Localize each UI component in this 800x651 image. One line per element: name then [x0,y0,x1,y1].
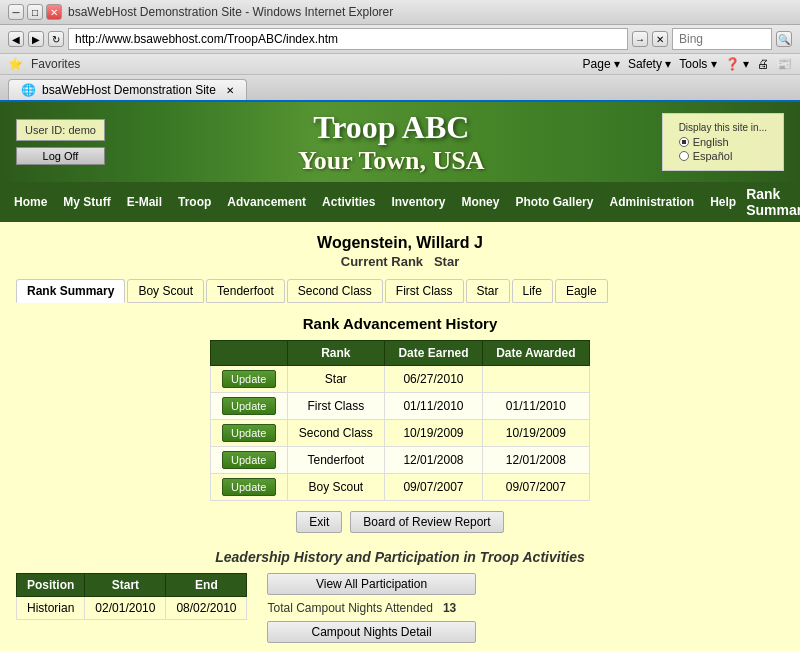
nav-home[interactable]: Home [8,193,53,211]
address-bar: ◀ ▶ ↻ → ✕ 🔍 [0,25,800,54]
lead-col-start: Start [85,574,166,597]
nav-my-stuff[interactable]: My Stuff [57,193,116,211]
search-input[interactable] [672,28,772,50]
date-awarded-cell [482,366,589,393]
stop-button[interactable]: ✕ [652,31,668,47]
header-left: User ID: demo Log Off [0,111,121,173]
table-row: Update Star 06/27/2010 [211,366,590,393]
nav-troop[interactable]: Troop [172,193,217,211]
date-earned-cell: 12/01/2008 [385,447,483,474]
update-cell: Update [211,447,288,474]
english-option[interactable]: English [679,136,767,148]
nav-bar: Home My Stuff E-Mail Troop Advancement A… [0,182,800,222]
nav-photo-gallery[interactable]: Photo Gallery [509,193,599,211]
troop-location: Your Town, USA [121,146,662,176]
tab-second-class[interactable]: Second Class [287,279,383,303]
espanol-option[interactable]: Español [679,150,767,162]
browser-window: ─ □ ✕ bsaWebHost Demonstration Site - Wi… [0,0,800,651]
forward-button[interactable]: ▶ [28,31,44,47]
nav-inventory[interactable]: Inventory [385,193,451,211]
nav-money[interactable]: Money [455,193,505,211]
scout-name: Wogenstein, Willard J [16,234,784,252]
address-input[interactable] [68,28,628,50]
favorites-button[interactable]: Favorites [31,57,80,71]
col-header-rank: Rank [287,341,385,366]
go-button[interactable]: → [632,31,648,47]
update-cell: Update [211,474,288,501]
refresh-button[interactable]: ↻ [48,31,64,47]
current-rank-line: Current Rank Star [16,254,784,269]
exit-button[interactable]: Exit [296,511,342,533]
campout-stat-line: Total Campout Nights Attended 13 [267,601,475,615]
user-id-label: User ID: [25,124,65,136]
tools-menu[interactable]: Tools ▾ [679,57,716,71]
search-button[interactable]: 🔍 [776,31,792,47]
view-all-participation-button[interactable]: View All Participation [267,573,475,595]
leadership-title: Leadership History and Participation in … [16,549,784,565]
browser-titlebar: ─ □ ✕ bsaWebHost Demonstration Site - Wi… [0,0,800,25]
rank-history-table: Rank Date Earned Date Awarded Update Sta… [210,340,590,501]
date-earned-cell: 10/19/2009 [385,420,483,447]
update-button[interactable]: Update [222,370,275,388]
english-radio[interactable] [679,137,689,147]
tab-icon: 🌐 [21,83,36,97]
rank-cell: Tenderfoot [287,447,385,474]
minimize-button[interactable]: ─ [8,4,24,20]
espanol-label: Español [693,150,733,162]
close-button[interactable]: ✕ [46,4,62,20]
tab-eagle[interactable]: Eagle [555,279,608,303]
update-button[interactable]: Update [222,424,275,442]
safety-menu[interactable]: Safety ▾ [628,57,671,71]
update-button[interactable]: Update [222,451,275,469]
maximize-button[interactable]: □ [27,4,43,20]
feed-icon[interactable]: 📰 [777,57,792,71]
tab-life[interactable]: Life [512,279,553,303]
start-cell: 02/01/2010 [85,597,166,620]
rank-cell: Boy Scout [287,474,385,501]
rank-cell: Second Class [287,420,385,447]
col-header-blank [211,341,288,366]
leadership-table: Position Start End Historian 02/01/2010 … [16,573,247,620]
display-label: Display this site in... [679,122,767,133]
nav-help[interactable]: Help [704,193,742,211]
user-info-box: User ID: demo [16,119,105,141]
nav-advancement[interactable]: Advancement [221,193,312,211]
end-cell: 08/02/2010 [166,597,247,620]
window-controls[interactable]: ─ □ ✕ [8,4,62,20]
table-row: Update Second Class 10/19/2009 10/19/200… [211,420,590,447]
rank-history-title: Rank Advancement History [16,315,784,332]
nav-administration[interactable]: Administration [603,193,700,211]
header-center: Troop ABC Your Town, USA [121,109,662,176]
update-button[interactable]: Update [222,478,275,496]
update-button[interactable]: Update [222,397,275,415]
leadership-layout: Position Start End Historian 02/01/2010 … [16,573,784,651]
table-row: Update First Class 01/11/2010 01/11/2010 [211,393,590,420]
print-icon[interactable]: 🖨 [757,57,769,71]
board-report-button[interactable]: Board of Review Report [350,511,503,533]
tab-star[interactable]: Star [466,279,510,303]
tab-boy-scout[interactable]: Boy Scout [127,279,204,303]
nav-email[interactable]: E-Mail [121,193,168,211]
tab-first-class[interactable]: First Class [385,279,464,303]
browser-tab-active[interactable]: 🌐 bsaWebHost Demonstration Site ✕ [8,79,247,100]
english-label: English [693,136,729,148]
nav-activities[interactable]: Activities [316,193,381,211]
tab-close-icon[interactable]: ✕ [226,85,234,96]
back-button[interactable]: ◀ [8,31,24,47]
help-menu[interactable]: ❓ ▾ [725,57,749,71]
date-awarded-cell: 09/07/2007 [482,474,589,501]
table-row: Update Tenderfoot 12/01/2008 12/01/2008 [211,447,590,474]
campout-detail-button[interactable]: Campout Nights Detail [267,621,475,643]
rank-cell: First Class [287,393,385,420]
favorites-star-icon: ⭐ [8,57,23,71]
espanol-radio[interactable] [679,151,689,161]
page-menu[interactable]: Page ▾ [583,57,620,71]
participation-stats: View All Participation Total Campout Nig… [267,573,475,651]
troop-title: Troop ABC [121,109,662,146]
log-off-button[interactable]: Log Off [16,147,105,165]
tab-rank-summary[interactable]: Rank Summary [16,279,125,303]
update-cell: Update [211,393,288,420]
tab-tenderfoot[interactable]: Tenderfoot [206,279,285,303]
update-cell: Update [211,420,288,447]
lead-col-position: Position [17,574,85,597]
